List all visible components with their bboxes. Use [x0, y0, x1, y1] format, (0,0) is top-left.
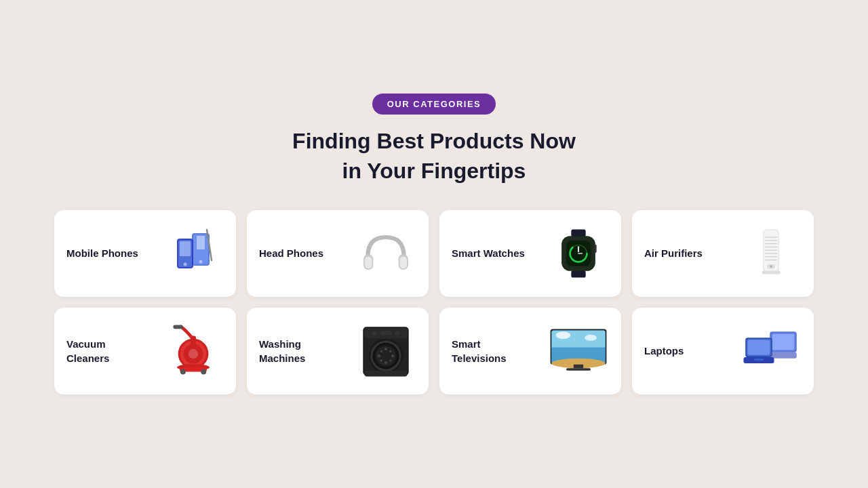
svg-rect-14	[571, 270, 585, 278]
page-container: OUR CATEGORIES Finding Best Products Now…	[27, 94, 841, 394]
category-label: Laptops	[644, 344, 684, 358]
svg-rect-78	[772, 333, 794, 349]
category-badge: OUR CATEGORIES	[54, 94, 814, 127]
watch-icon	[548, 226, 609, 281]
category-label: Smart Televisions	[452, 337, 533, 365]
category-label: Head Phones	[259, 246, 323, 260]
category-card-vacuum-cleaners[interactable]: Vacuum Cleaners	[54, 308, 236, 394]
svg-point-45	[201, 369, 206, 374]
svg-rect-23	[594, 244, 597, 252]
laptop-icon	[741, 324, 802, 378]
svg-rect-11	[365, 256, 372, 268]
headphone-icon	[355, 226, 416, 281]
svg-point-63	[389, 350, 391, 352]
svg-point-35	[770, 265, 772, 267]
svg-rect-12	[399, 256, 407, 268]
svg-rect-22	[578, 253, 583, 254]
category-label: Mobile Phones	[66, 246, 138, 260]
svg-rect-2	[197, 236, 205, 249]
svg-rect-74	[574, 364, 583, 367]
svg-rect-6	[180, 241, 191, 256]
svg-point-60	[378, 354, 380, 357]
section-title: Finding Best Products Now in Your Finger…	[54, 127, 814, 185]
category-label: Vacuum Cleaners	[66, 337, 148, 365]
svg-rect-75	[566, 368, 591, 371]
svg-rect-66	[364, 371, 408, 376]
categories-grid: Mobile Phones Head Phones Smart Watches	[54, 210, 814, 394]
svg-point-50	[372, 331, 377, 336]
category-card-mobile-phones[interactable]: Mobile Phones	[54, 210, 236, 297]
svg-rect-82	[770, 352, 797, 358]
category-card-laptops[interactable]: Laptops	[632, 308, 814, 394]
washer-icon	[355, 324, 416, 378]
svg-point-64	[380, 359, 382, 361]
category-label: Smart Watches	[452, 246, 525, 260]
category-card-washing-machines[interactable]: Washing Machines	[247, 308, 429, 394]
svg-point-59	[384, 361, 387, 364]
category-label: Washing Machines	[259, 337, 340, 365]
svg-point-46	[189, 348, 198, 358]
svg-rect-84	[754, 358, 764, 361]
svg-point-62	[380, 350, 382, 352]
svg-point-72	[556, 331, 571, 339]
mobile-icon	[163, 226, 224, 281]
svg-point-65	[389, 359, 391, 361]
svg-rect-52	[380, 331, 392, 335]
svg-point-61	[391, 354, 394, 357]
svg-rect-41	[173, 325, 182, 329]
tv-icon	[548, 324, 609, 378]
badge-label: OUR CATEGORIES	[372, 94, 496, 115]
svg-rect-13	[571, 229, 585, 237]
svg-point-44	[180, 369, 186, 374]
svg-rect-81	[748, 340, 770, 354]
category-card-head-phones[interactable]: Head Phones	[247, 210, 429, 297]
svg-point-58	[384, 348, 387, 350]
svg-rect-36	[762, 270, 780, 274]
svg-point-73	[585, 334, 597, 340]
purifier-icon	[741, 226, 802, 281]
category-card-smart-watches[interactable]: Smart Watches	[439, 210, 621, 297]
category-card-air-purifiers[interactable]: Air Purifiers	[632, 210, 814, 297]
svg-point-3	[199, 260, 203, 263]
svg-point-7	[184, 262, 187, 266]
category-card-smart-televisions[interactable]: Smart Televisions	[439, 308, 621, 394]
svg-point-51	[395, 331, 399, 336]
vacuum-icon	[163, 324, 224, 378]
svg-rect-21	[578, 246, 579, 252]
category-label: Air Purifiers	[644, 246, 703, 260]
